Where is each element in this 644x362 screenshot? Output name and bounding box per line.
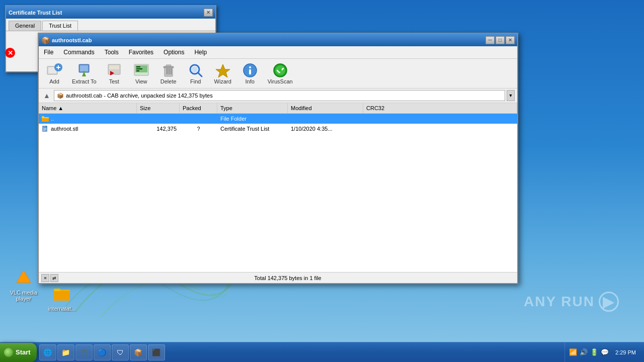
- view-icon: [133, 62, 149, 78]
- file-size-cell: 142,375: [137, 125, 180, 133]
- status-bar: ≡ ⇌ Total 142,375 bytes in 1 file: [39, 272, 517, 283]
- svg-rect-7: [54, 289, 60, 291]
- toolbar-extract-button[interactable]: Extract To: [68, 61, 100, 86]
- winrar-minimize-button[interactable]: ─: [486, 36, 495, 44]
- extract-icon: [76, 62, 92, 78]
- toolbar-virusscan-button[interactable]: VirusScan: [264, 61, 296, 86]
- ctl-tab-trustlist[interactable]: Trust List: [42, 21, 78, 31]
- toolbar-view-button[interactable]: View: [128, 61, 154, 86]
- file-name-cell: authroot.stl: [39, 124, 137, 133]
- address-archive-icon: 📦: [57, 93, 64, 99]
- col-modified-label: Modified: [291, 105, 312, 111]
- taskbar-app-folder[interactable]: 📁: [57, 344, 74, 360]
- table-row[interactable]: .. File Folder: [39, 114, 517, 124]
- col-size[interactable]: Size: [137, 103, 180, 113]
- winrar-title-icon: 📦: [41, 36, 49, 44]
- winrar-maximize-button[interactable]: □: [496, 36, 505, 44]
- wizard-label: Wizard: [214, 78, 231, 84]
- address-field[interactable]: 📦 authrootstl.cab - CAB archive, unpacke…: [54, 90, 505, 101]
- svg-rect-49: [43, 129, 46, 130]
- tray-icon-msg[interactable]: 💬: [601, 348, 609, 356]
- info-icon: [242, 62, 258, 78]
- ctl-title: Certificate Trust List: [9, 10, 201, 16]
- address-text: authrootstl.cab - CAB archive, unpacked …: [66, 93, 213, 99]
- svg-rect-30: [171, 68, 172, 74]
- start-button[interactable]: Start: [0, 343, 37, 362]
- toolbar-add-button[interactable]: Add: [41, 61, 67, 86]
- menu-commands[interactable]: Commands: [58, 47, 99, 57]
- svg-marker-34: [216, 64, 230, 77]
- svg-rect-50: [43, 130, 45, 131]
- file-name-cell: ..: [39, 114, 137, 123]
- svg-rect-6: [54, 291, 70, 301]
- col-crc32[interactable]: CRC32: [363, 103, 517, 113]
- svg-rect-48: [43, 128, 46, 129]
- file-stl-icon: [42, 125, 49, 132]
- menu-options[interactable]: Options: [158, 47, 189, 57]
- file-list-header: Name ▲ Size Packed Type Modified CRC32: [39, 103, 517, 114]
- svg-point-32: [192, 66, 198, 72]
- taskbar-app-av[interactable]: 🛡: [112, 344, 129, 360]
- start-orb: [4, 348, 13, 357]
- svg-rect-23: [136, 68, 142, 69]
- file-modified-cell: 1/10/2020 4:35...: [288, 125, 363, 133]
- taskbar-app-chrome[interactable]: 🔵: [94, 344, 111, 360]
- toolbar-find-button[interactable]: Find: [183, 61, 209, 86]
- taskbar-app-ie[interactable]: 🌐: [39, 344, 56, 360]
- extract-label: Extract To: [72, 78, 97, 84]
- menu-help[interactable]: Help: [189, 47, 212, 57]
- col-modified[interactable]: Modified: [288, 103, 363, 113]
- file-packed-cell: [180, 118, 217, 120]
- winrar-close-button[interactable]: ✕: [506, 36, 515, 44]
- file-packed-cell: ?: [180, 125, 217, 133]
- status-btn-1[interactable]: ≡: [41, 274, 49, 282]
- view-label: View: [135, 78, 147, 84]
- toolbar-test-button[interactable]: Test: [101, 61, 127, 86]
- taskbar-app-cmd[interactable]: ⬛: [148, 344, 165, 360]
- menu-favorites[interactable]: Favorites: [124, 47, 158, 57]
- desktop: ANY RUN ▶ VLC media player internalat...: [0, 0, 644, 362]
- col-name[interactable]: Name ▲: [39, 103, 137, 113]
- ctl-tab-general[interactable]: General: [9, 21, 41, 31]
- toolbar-info-button[interactable]: Info: [237, 61, 263, 86]
- cmd-icon: ⬛: [152, 348, 160, 356]
- anyrun-text: ANY RUN: [524, 294, 595, 310]
- address-back-button[interactable]: ▲: [41, 90, 52, 101]
- tray-icon-network[interactable]: 📶: [569, 348, 577, 356]
- wizard-icon: [215, 62, 231, 78]
- winrar-window-buttons: ─ □ ✕: [486, 36, 515, 44]
- ie-icon: 🌐: [44, 348, 52, 356]
- virusscan-icon: [272, 62, 288, 78]
- av-icon: 🛡: [116, 348, 124, 356]
- file-name: authroot.stl: [51, 126, 78, 132]
- col-type[interactable]: Type: [217, 103, 288, 113]
- menu-tools[interactable]: Tools: [100, 47, 124, 57]
- address-dropdown-button[interactable]: ▼: [507, 90, 515, 101]
- tray-icon-volume[interactable]: 🔊: [580, 348, 588, 356]
- taskbar-app-3[interactable]: 🎵: [75, 344, 93, 360]
- toolbar-wizard-button[interactable]: Wizard: [210, 61, 236, 86]
- desktop-icon-internal[interactable]: internalat...: [44, 284, 79, 312]
- taskbar-app-winrar[interactable]: 📦: [130, 344, 147, 360]
- svg-rect-29: [169, 68, 170, 74]
- toolbar-delete-button[interactable]: Delete: [155, 61, 182, 86]
- file-type-cell: File Folder: [217, 115, 288, 123]
- menu-file[interactable]: File: [39, 47, 58, 57]
- table-row[interactable]: authroot.stl 142,375 ? Certificate Trust…: [39, 124, 517, 134]
- anyrun-play-icon: ▶: [599, 292, 619, 312]
- col-packed[interactable]: Packed: [180, 103, 217, 113]
- ctl-close-button[interactable]: ✕: [204, 9, 213, 17]
- file-name: ..: [51, 116, 54, 122]
- ctl-error-icon: ✕: [5, 48, 15, 58]
- anyrun-watermark: ANY RUN ▶: [524, 292, 619, 312]
- folder-icon: 📁: [62, 348, 70, 356]
- taskbar: Start 🌐 📁 🎵 🔵 🛡 📦 ⬛: [0, 342, 644, 362]
- tray-icon-battery[interactable]: 🔋: [590, 348, 598, 356]
- col-type-label: Type: [220, 105, 232, 111]
- desktop-icon-vlc[interactable]: VLC media player: [6, 267, 41, 302]
- start-label: Start: [16, 348, 31, 356]
- svg-rect-37: [249, 69, 251, 74]
- svg-line-33: [198, 73, 202, 76]
- status-btn-2[interactable]: ⇌: [50, 274, 58, 282]
- file-modified-cell: [288, 118, 363, 120]
